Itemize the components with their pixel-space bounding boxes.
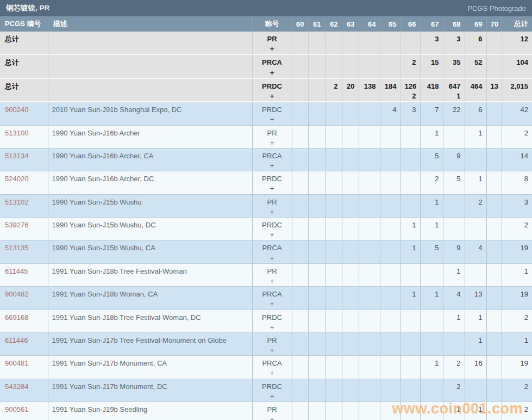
designation-cell: PRCA+ xyxy=(252,356,292,379)
grade-62-cell xyxy=(325,240,342,263)
grade-66-cell: 1 xyxy=(400,287,420,310)
grade-63-cell xyxy=(342,148,359,171)
column-header-pcgs: PCGS 编号 xyxy=(0,16,48,32)
grade-60-cell xyxy=(292,240,308,263)
pcgs-number-link[interactable]: 513134 xyxy=(5,152,28,160)
grade-61-cell xyxy=(308,32,325,54)
grade-70-cell xyxy=(486,194,502,217)
pcgs-number-link[interactable]: 513102 xyxy=(5,198,28,206)
column-header-62: 62 xyxy=(325,16,342,32)
grade-63-cell xyxy=(342,171,359,194)
designation-cell: PRDC+ xyxy=(252,171,292,194)
pcgs-number-link[interactable]: 900240 xyxy=(5,106,28,114)
column-header-69: 69 xyxy=(465,16,486,32)
designation-cell: PRDC+ xyxy=(252,310,292,332)
pcgs-number-link[interactable]: 539276 xyxy=(5,221,28,229)
table-row: 9004811991 Yuan Sun-J17b Monument, CAPRC… xyxy=(0,356,532,379)
grade-60-cell xyxy=(292,102,308,125)
grade-70-cell xyxy=(486,148,502,171)
grade-67-cell: 7 xyxy=(420,102,443,125)
pcgs-number-cell: 900482 xyxy=(0,287,48,310)
description-cell: 1990 Yuan Sun-J16b Archer, DC xyxy=(48,171,252,194)
grade-63-cell xyxy=(342,54,359,78)
grade-68-cell: 2 xyxy=(443,379,465,402)
pcgs-photograde-link[interactable]: PCGS Photograde xyxy=(467,4,526,13)
description-cell: 1990 Yuan Sun-J15b Wushu, DC xyxy=(48,218,252,240)
designation-cell: PR+ xyxy=(252,332,292,355)
pcgs-number-link[interactable]: 900482 xyxy=(5,290,28,298)
grade-61-cell xyxy=(308,402,325,420)
grade-62-cell xyxy=(325,171,342,194)
table-row: 5131351990 Yuan Sun-J15b Wushu, CAPRCA+1… xyxy=(0,240,532,263)
pcgs-number-link[interactable]: 611445 xyxy=(5,267,28,275)
grade-66-cell xyxy=(400,356,420,379)
designation-cell: PRDC+ xyxy=(252,102,292,125)
row-total-cell: 19 xyxy=(502,356,532,379)
designation-cell: PR+ xyxy=(252,402,292,420)
grade-63-cell xyxy=(342,379,359,402)
grade-60-cell xyxy=(292,171,308,194)
grade-62-cell xyxy=(325,402,342,420)
grade-61-cell xyxy=(308,218,325,240)
column-header-64: 64 xyxy=(359,16,380,32)
designation-cell: PRCA+ xyxy=(252,54,292,78)
grade-70-cell xyxy=(486,332,502,355)
grade-64-cell xyxy=(359,194,380,217)
grade-66-cell: 1262 xyxy=(400,78,420,102)
pcgs-number-link[interactable]: 900481 xyxy=(5,359,28,367)
grade-70-cell xyxy=(486,287,502,310)
designation-cell: PR+ xyxy=(252,125,292,148)
grade-67-cell: 3 xyxy=(420,32,443,54)
grade-65-cell xyxy=(380,218,400,240)
table-row: 5392761990 Yuan Sun-J15b Wushu, DCPRDC+1… xyxy=(0,218,532,240)
grade-70-cell xyxy=(486,402,502,420)
grade-66-cell: 3 xyxy=(400,102,420,125)
description-cell: 1990 Yuan Sun-J15b Wushu, CA xyxy=(48,240,252,263)
pcgs-number-link[interactable]: 900561 xyxy=(5,405,28,413)
grade-70-cell xyxy=(486,379,502,402)
pcgs-number-cell: 总计 xyxy=(0,78,48,102)
grade-65-cell xyxy=(380,356,400,379)
grade-64-cell xyxy=(359,102,380,125)
pcgs-number-link[interactable]: 513100 xyxy=(5,129,28,137)
description-cell xyxy=(48,78,252,102)
designation-cell: PR+ xyxy=(252,194,292,217)
grade-67-cell: 1 xyxy=(420,218,443,240)
grade-61-cell xyxy=(308,194,325,217)
pcgs-number-link[interactable]: 513135 xyxy=(5,244,28,252)
grade-69-cell: 2 xyxy=(465,194,486,217)
pcgs-number-cell: 543284 xyxy=(0,379,48,402)
grade-60-cell xyxy=(292,125,308,148)
grade-68-cell: 22 xyxy=(443,102,465,125)
grade-68-cell xyxy=(443,218,465,240)
description-cell: 1990 Yuan Sun-J15b Wushu xyxy=(48,194,252,217)
grade-62-cell xyxy=(325,332,342,355)
grade-67-cell: 5 xyxy=(420,240,443,263)
pcgs-number-link[interactable]: 524020 xyxy=(5,175,28,183)
grade-64-cell xyxy=(359,263,380,286)
grade-63-cell xyxy=(342,332,359,355)
table-row: 6691681991 Yuan Sun-J18b Tree Festival-W… xyxy=(0,310,532,332)
grade-61-cell xyxy=(308,287,325,310)
row-total-cell: 2 xyxy=(502,402,532,420)
grade-65-cell xyxy=(380,125,400,148)
grade-70-cell xyxy=(486,263,502,286)
grade-67-cell: 2 xyxy=(420,171,443,194)
pcgs-number-link[interactable]: 611446 xyxy=(5,336,28,344)
grade-61-cell xyxy=(308,240,325,263)
column-header-designation: 称号 xyxy=(252,16,292,32)
grade-60-cell xyxy=(292,54,308,78)
pcgs-number-link[interactable]: 543284 xyxy=(5,382,28,391)
designation-cell: PRDC+ xyxy=(252,78,292,102)
pcgs-number-link[interactable]: 669168 xyxy=(5,313,28,322)
grade-70-cell xyxy=(486,125,502,148)
grade-68-cell: 4 xyxy=(443,287,465,310)
grade-67-cell xyxy=(420,263,443,286)
column-header-67: 67 xyxy=(420,16,443,32)
column-header-desc: 描述 xyxy=(48,16,252,32)
grade-66-cell: 2 xyxy=(400,54,420,78)
grade-69-cell: 4 xyxy=(465,240,486,263)
grade-69-cell: 6 xyxy=(465,32,486,54)
description-cell: 1991 Yuan Sun-J17b Monument, CA xyxy=(48,356,252,379)
grade-69-cell: 1 xyxy=(465,171,486,194)
